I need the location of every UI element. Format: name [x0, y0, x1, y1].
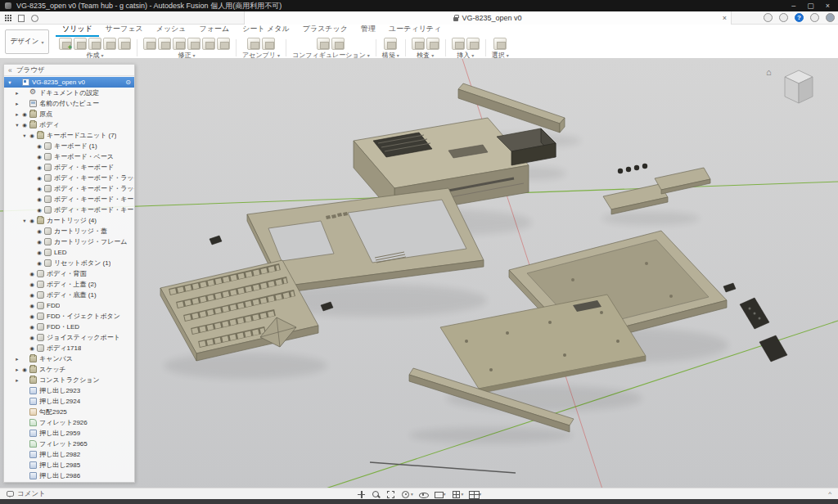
viewcube-home-icon[interactable] — [766, 67, 772, 77]
browser-item[interactable]: ◉ボディ・上蓋 (2) — [4, 279, 134, 290]
profile-icon[interactable] — [826, 13, 835, 22]
expand-arrow-icon[interactable]: ▸ — [14, 101, 20, 107]
zoom-button[interactable] — [372, 490, 381, 499]
browser-item[interactable]: ▾◉キーボードユニット (7) — [4, 130, 134, 141]
ribbon-group-label[interactable]: 挿入▾ — [457, 51, 474, 59]
clock-icon[interactable] — [31, 15, 38, 22]
tool-icon[interactable] — [384, 38, 397, 50]
comment-toggle[interactable]: コメント — [0, 489, 52, 499]
ribbon-group-label[interactable]: アセンブリ▾ — [242, 51, 280, 59]
chevron-down-icon[interactable]: ▾ — [462, 492, 464, 497]
ribbon-group-label[interactable]: 選択▾ — [492, 51, 509, 59]
visibility-eye-icon[interactable]: ◉ — [35, 164, 43, 171]
tab-シート メタル[interactable]: シート メタル — [236, 23, 296, 37]
visibility-eye-icon[interactable]: ◉ — [35, 239, 43, 245]
browser-item[interactable]: ▸キャンバス — [4, 353, 134, 364]
tool-icon[interactable] — [88, 38, 101, 50]
visibility-eye-icon[interactable]: ◉ — [35, 175, 43, 182]
browser-item[interactable]: ◉LED — [4, 247, 134, 258]
minimize-button[interactable]: – — [791, 2, 795, 10]
visibility-eye-icon[interactable]: ◉ — [35, 154, 43, 160]
viewcube[interactable] — [766, 67, 828, 116]
expand-arrow-icon[interactable]: ▾ — [21, 133, 28, 139]
tool-icon[interactable] — [317, 38, 330, 50]
close-button[interactable]: × — [826, 2, 830, 10]
tab-プラスチック[interactable]: プラスチック — [296, 23, 354, 37]
browser-item[interactable]: フィレット2965 — [4, 439, 134, 449]
tab-メッシュ[interactable]: メッシュ — [150, 23, 193, 37]
visibility-eye-icon[interactable]: ◉ — [28, 345, 36, 352]
expand-arrow-icon[interactable]: ▸ — [14, 367, 20, 373]
expand-arrow-icon[interactable]: ▸ — [14, 111, 20, 118]
tab-ユーティリティ[interactable]: ユーティリティ — [382, 23, 448, 37]
browser-item[interactable]: 勾配2925 — [4, 407, 134, 417]
visibility-eye-icon[interactable]: ◉ — [20, 122, 29, 128]
part-pcb[interactable] — [440, 295, 646, 394]
tool-icon[interactable] — [59, 38, 72, 50]
browser-item[interactable]: ▾◉ボディ — [4, 119, 134, 130]
browser-item[interactable]: 押し出し2959 — [4, 428, 134, 439]
tab-ソリッド[interactable]: ソリッド — [56, 23, 99, 37]
browser-item[interactable]: ◉ボディ・キーボード・キー — [4, 194, 134, 205]
job-status-icon[interactable] — [764, 13, 773, 22]
browser-item[interactable]: ◉ボディ・キーボード — [4, 162, 134, 173]
browser-item[interactable]: ▾◉カートリッジ (4) — [4, 215, 134, 226]
tool-icon[interactable] — [118, 38, 131, 50]
tool-icon[interactable] — [426, 38, 439, 50]
visibility-eye-icon[interactable]: ◉ — [35, 207, 43, 214]
visibility-eye-icon[interactable]: ◉ — [28, 133, 36, 139]
timeline-strip[interactable] — [0, 499, 838, 504]
tool-icon[interactable] — [247, 38, 260, 50]
browser-item[interactable]: ◉ボディ1718 — [4, 343, 134, 353]
expand-arrow-icon[interactable]: ▾ — [14, 122, 20, 128]
workspace-selector[interactable]: デザイン ▾ — [5, 29, 49, 54]
viewports-button[interactable]: ▾ — [469, 490, 481, 499]
browser-item[interactable]: 押し出し2986 — [4, 470, 134, 481]
help-icon[interactable]: ? — [795, 13, 804, 22]
browser-item[interactable]: ▾VG-8235_open v0⊙ — [4, 77, 134, 88]
ribbon-group-label[interactable]: 修正▾ — [178, 51, 195, 59]
pan-button[interactable] — [357, 490, 366, 499]
visibility-eye-icon[interactable]: ◉ — [20, 367, 29, 373]
visibility-eye-icon[interactable]: ◉ — [28, 271, 36, 277]
browser-item[interactable]: ▸◉原点 — [4, 109, 134, 119]
visibility-eye-icon[interactable]: ◉ — [28, 218, 36, 224]
tool-icon[interactable] — [262, 38, 275, 50]
expand-arrow-icon[interactable]: ▾ — [21, 218, 28, 224]
browser-item[interactable]: ◉ジョイスティックポート — [4, 332, 134, 343]
browser-item[interactable]: ◉FDD・イジェクトボタン — [4, 311, 134, 322]
tool-icon[interactable] — [103, 38, 116, 50]
file-icon[interactable] — [18, 15, 25, 22]
browser-item[interactable]: ◉カートリッジ・フレーム — [4, 236, 134, 247]
browser-item[interactable]: ▸◉スケッチ — [4, 364, 134, 375]
tool-icon[interactable] — [143, 38, 156, 50]
visibility-eye-icon[interactable]: ◉ — [28, 292, 36, 299]
grid-display-button[interactable]: ▾ — [452, 490, 464, 499]
viewcube-cube[interactable] — [775, 67, 822, 115]
tool-icon[interactable] — [202, 38, 215, 50]
browser-item[interactable]: ◉ボディ・キーボード・キー (1) — [4, 205, 134, 215]
browser-item[interactable]: ◉カートリッジ・蓋 — [4, 226, 134, 236]
tool-icon[interactable] — [173, 38, 186, 50]
browser-item[interactable]: 押し出し2982 — [4, 449, 134, 460]
tab-サーフェス[interactable]: サーフェス — [99, 23, 150, 37]
browser-item[interactable]: ◉ボディ・背面 — [4, 268, 134, 279]
ribbon-group-label[interactable]: 作成▾ — [86, 51, 103, 59]
notifications-icon[interactable] — [810, 13, 819, 22]
browser-item[interactable]: ◉キーボード・ベース — [4, 151, 134, 162]
chevron-down-icon[interactable]: ▾ — [411, 492, 413, 497]
browser-item[interactable]: ◉ボディ・キーボード・ラッチ2 — [4, 173, 134, 183]
visibility-eye-icon[interactable]: ◉ — [28, 303, 36, 309]
expand-arrow-icon[interactable]: ▸ — [14, 356, 20, 362]
visibility-eye-icon[interactable]: ◉ — [28, 335, 36, 341]
document-tab[interactable]: VG-8235_open v0 × — [244, 11, 732, 25]
browser-item[interactable]: ◉FDD — [4, 300, 134, 311]
browser-item[interactable]: ▸名前の付いたビュー — [4, 98, 134, 109]
browser-item[interactable]: ▸コンストラクション — [4, 375, 134, 385]
look-at-button[interactable] — [419, 490, 428, 499]
browser-item[interactable]: ◉ボディ・底蓋 (1) — [4, 290, 134, 300]
visibility-eye-icon[interactable]: ◉ — [35, 143, 43, 150]
orbit-button[interactable]: ▾ — [401, 490, 413, 499]
tool-icon[interactable] — [331, 38, 345, 50]
display-settings-button[interactable]: ▾ — [434, 490, 446, 499]
